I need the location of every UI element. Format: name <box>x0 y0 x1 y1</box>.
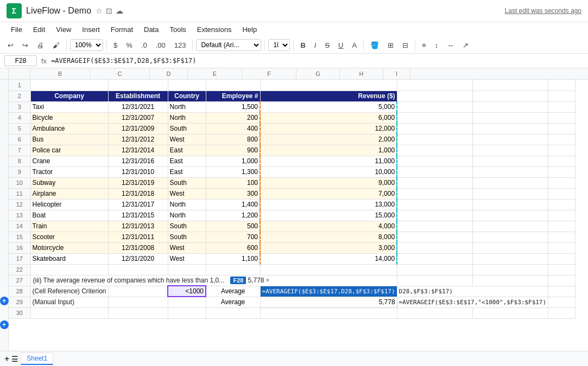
valign-button[interactable]: ↕ <box>432 40 442 51</box>
cell-b14[interactable]: Train <box>30 221 108 232</box>
formula-input[interactable] <box>51 57 584 65</box>
row-num-9[interactable]: 9 <box>9 166 30 177</box>
menu-data[interactable]: Data <box>140 23 163 36</box>
cell-i4[interactable] <box>548 112 576 123</box>
cell-b4[interactable]: Bicycle <box>30 112 108 123</box>
cell-b16[interactable]: Motorcycle <box>30 242 108 253</box>
cell-i27[interactable] <box>548 275 576 286</box>
decimal00-button[interactable]: .00 <box>153 40 169 51</box>
col-header-h[interactable]: H <box>340 68 383 79</box>
cell-g4[interactable] <box>397 112 472 123</box>
cell-e9[interactable]: 1,300 <box>206 166 260 177</box>
cell-g14[interactable] <box>397 221 472 232</box>
cell-g17[interactable] <box>397 253 472 264</box>
cell-reference-input[interactable] <box>4 55 37 66</box>
italic-button[interactable]: I <box>311 40 320 51</box>
cell-i1[interactable] <box>548 80 576 91</box>
cell-h8[interactable] <box>472 156 548 166</box>
cell-d5[interactable]: South <box>168 123 206 134</box>
menu-file[interactable]: File <box>7 23 27 36</box>
cell-c9[interactable]: 12/31/2010 <box>108 166 168 177</box>
cell-f12[interactable]: 13,000 <box>260 199 397 210</box>
cell-c6[interactable]: 12/31/2012 <box>108 134 168 145</box>
cell-e11[interactable]: 300 <box>206 188 260 199</box>
cell-d16[interactable]: West <box>168 242 206 253</box>
cell-i3[interactable] <box>548 101 576 112</box>
col-header-g[interactable]: G <box>296 68 340 79</box>
cloud-icon[interactable]: ☁ <box>116 7 123 15</box>
cell-b1[interactable] <box>30 80 108 91</box>
cell-c28[interactable] <box>108 286 168 297</box>
number-format-button[interactable]: 123 <box>171 40 189 51</box>
menu-insert[interactable]: Insert <box>78 23 104 36</box>
cell-h4[interactable] <box>472 112 548 123</box>
cell-c13[interactable]: 12/31/2015 <box>108 210 168 221</box>
add-sheet-icon[interactable]: + <box>4 354 9 364</box>
row-num-17[interactable]: 17 <box>9 253 30 264</box>
cell-d6[interactable]: West <box>168 134 206 145</box>
cell-f30[interactable] <box>260 307 397 318</box>
header-employees[interactable]: Employee # <box>206 91 260 101</box>
cell-i9[interactable] <box>548 166 576 177</box>
cell-b11[interactable]: Airplane <box>30 188 108 199</box>
cell-b12[interactable]: Helicopter <box>30 199 108 210</box>
cell-e12[interactable]: 1,400 <box>206 199 260 210</box>
menu-edit[interactable]: Edit <box>29 23 49 36</box>
row-num-14[interactable]: 14 <box>9 221 30 232</box>
cell-i10[interactable] <box>548 177 576 188</box>
col-header-e[interactable]: E <box>188 68 242 79</box>
cell-d14[interactable]: South <box>168 221 206 232</box>
cell-c15[interactable]: 12/31/2011 <box>108 232 168 242</box>
cell-e30[interactable] <box>206 307 260 318</box>
cell-g3[interactable] <box>397 101 472 112</box>
percent-button[interactable]: % <box>123 40 136 51</box>
add-row-button-2[interactable]: + <box>0 320 9 329</box>
cell-g2[interactable] <box>397 91 472 101</box>
header-revenue[interactable]: Revenue ($) <box>260 91 397 101</box>
cell-i7[interactable] <box>548 145 576 156</box>
cell-f22[interactable] <box>260 264 397 275</box>
cell-i16[interactable] <box>548 242 576 253</box>
cell-c16[interactable]: 12/31/2008 <box>108 242 168 253</box>
cell-c10[interactable]: 12/31/2019 <box>108 177 168 188</box>
cell-f7[interactable]: 1,000 <box>260 145 397 156</box>
cell-i28[interactable] <box>548 286 576 297</box>
cell-b29[interactable]: (Manual Input) <box>30 297 108 307</box>
cell-e1[interactable] <box>206 80 260 91</box>
cell-f8[interactable]: 11,000 <box>260 156 397 166</box>
cell-h12[interactable] <box>472 199 548 210</box>
row-num-11[interactable]: 11 <box>9 188 30 199</box>
menu-extensions[interactable]: Extensions <box>193 23 236 36</box>
cell-i8[interactable] <box>548 156 576 166</box>
print-button[interactable]: 🖨 <box>34 40 47 51</box>
cell-g10[interactable] <box>397 177 472 188</box>
menu-view[interactable]: View <box>52 23 75 36</box>
cell-d7[interactable]: East <box>168 145 206 156</box>
cell-c17[interactable]: 12/31/2020 <box>108 253 168 264</box>
cell-d22[interactable] <box>168 264 206 275</box>
cell-c1[interactable] <box>108 80 168 91</box>
cell-f10[interactable]: 9,000 <box>260 177 397 188</box>
row-num-10[interactable]: 10 <box>9 177 30 188</box>
row-num-2[interactable]: 2 <box>9 91 30 101</box>
cell-g22[interactable] <box>397 264 472 275</box>
row-num-8[interactable]: 8 <box>9 156 30 166</box>
cell-g5[interactable] <box>397 123 472 134</box>
align-button[interactable]: ≡ <box>419 40 429 51</box>
cell-c8[interactable]: 12/31/2016 <box>108 156 168 166</box>
underline-button[interactable]: U <box>335 40 346 51</box>
menu-tools[interactable]: Tools <box>165 23 190 36</box>
bold-button[interactable]: B <box>297 40 308 51</box>
cell-f9[interactable]: 10,000 <box>260 166 397 177</box>
cell-e10[interactable]: 100 <box>206 177 260 188</box>
menu-help[interactable]: Help <box>238 23 261 36</box>
cell-i12[interactable] <box>548 199 576 210</box>
row-num-5[interactable]: 5 <box>9 123 30 134</box>
borders-button[interactable]: ⊞ <box>384 40 397 51</box>
cell-g30[interactable] <box>397 307 472 318</box>
cell-c5[interactable]: 12/31/2009 <box>108 123 168 134</box>
cell-f15[interactable]: 8,000 <box>260 232 397 242</box>
cell-c29[interactable] <box>108 297 168 307</box>
cell-b15[interactable]: Scooter <box>30 232 108 242</box>
row-num-1[interactable]: 1 <box>9 80 30 91</box>
